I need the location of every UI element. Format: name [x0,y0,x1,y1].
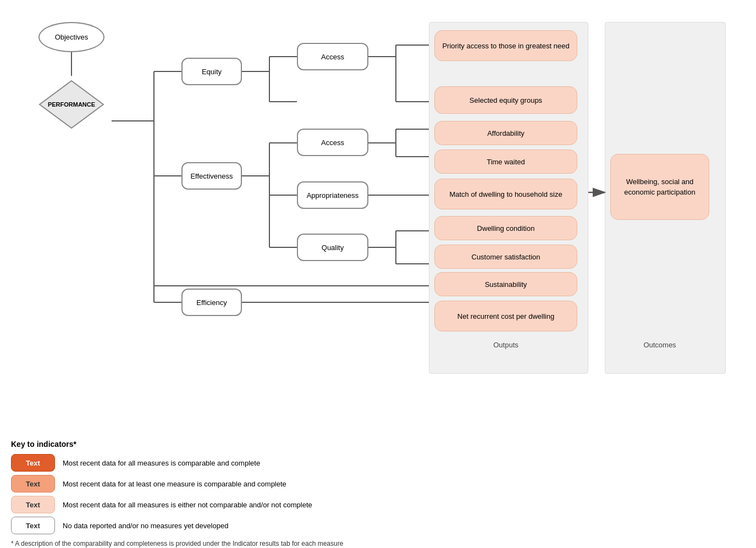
key-item-medium: Text Most recent data for at least one m… [11,475,745,492]
efficiency-node: Efficiency [181,289,242,316]
indicator-equity-groups: Selected equity groups [434,86,577,114]
key-label-white: Text [26,522,40,530]
efficiency-label: Efficiency [196,298,227,307]
quality-label: Quality [322,243,344,252]
effectiveness-node: Effectiveness [181,162,242,190]
key-desc-dark: Most recent data for all measures is com… [63,459,260,467]
appropriateness-node: Appropriateness [297,181,368,209]
equity-node: Equity [181,58,242,85]
key-item-light: Text Most recent data for all measures i… [11,496,745,513]
key-label-medium: Text [26,480,40,488]
indicator-sustainability-label: Sustainability [485,280,527,289]
indicator-sustainability: Sustainability [434,272,577,296]
key-item-white: Text No data reported and/or no measures… [11,517,745,534]
key-desc-light: Most recent data for all measures is eit… [63,501,312,509]
key-desc-white: No data reported and/or no measures yet … [63,522,228,530]
indicator-net-cost-label: Net recurrent cost per dwelling [457,312,554,320]
outcomes-label: Outcomes [610,341,709,349]
outcome-wellbeing: Wellbeing, social and economic participa… [610,154,709,220]
key-box-dark: Text [11,454,55,472]
indicator-customer-satisfaction-label: Customer satisfaction [472,253,540,261]
objectives-node: Objectives [38,22,104,52]
key-items: Text Most recent data for all measures i… [11,454,745,534]
access-equity-label: Access [321,53,344,61]
performance-diamond: PERFORMANCE [38,80,104,129]
key-box-white: Text [11,517,55,534]
access-eff-label: Access [321,139,344,147]
effectiveness-label: Effectiveness [190,172,233,180]
indicator-dwelling-condition-label: Dwelling condition [477,224,535,233]
key-box-light: Text [11,496,55,513]
indicator-priority-access: Priority access to those in greatest nee… [434,30,577,61]
indicator-time-waited-label: Time waited [487,158,525,166]
indicator-affordability-label: Affordability [487,129,525,137]
key-desc-medium: Most recent data for at least one measur… [63,480,286,488]
indicator-affordability: Affordability [434,121,577,145]
key-box-medium: Text [11,475,55,492]
key-label-dark: Text [26,459,40,467]
equity-label: Equity [202,68,222,76]
objectives-label: Objectives [55,33,89,41]
performance-label: PERFORMANCE [48,101,95,108]
key-footnote: * A description of the comparability and… [11,540,745,547]
access-equity-node: Access [297,43,368,70]
indicator-equity-groups-label: Selected equity groups [470,96,542,104]
indicator-time-waited: Time waited [434,150,577,174]
access-effectiveness-node: Access [297,129,368,156]
quality-node: Quality [297,234,368,261]
indicator-priority-access-label: Priority access to those in greatest nee… [442,42,569,50]
key-title: Key to indicators* [11,440,745,449]
key-item-dark: Text Most recent data for all measures i… [11,454,745,472]
key-section: Key to indicators* Text Most recent data… [11,434,745,547]
appropriateness-label: Appropriateness [307,191,359,200]
key-label-light: Text [26,501,40,509]
indicator-net-cost: Net recurrent cost per dwelling [434,301,577,331]
indicator-match-dwelling-label: Match of dwelling to household size [449,190,562,198]
performance-framework-diagram: Objectives PERFORMANCE Equity Effectiven… [11,11,742,407]
indicator-match-dwelling: Match of dwelling to household size [434,179,577,209]
outcome-wellbeing-label: Wellbeing, social and economic participa… [617,176,702,198]
indicator-customer-satisfaction: Customer satisfaction [434,245,577,269]
outputs-label: Outputs [434,341,577,349]
indicator-dwelling-condition: Dwelling condition [434,216,577,240]
